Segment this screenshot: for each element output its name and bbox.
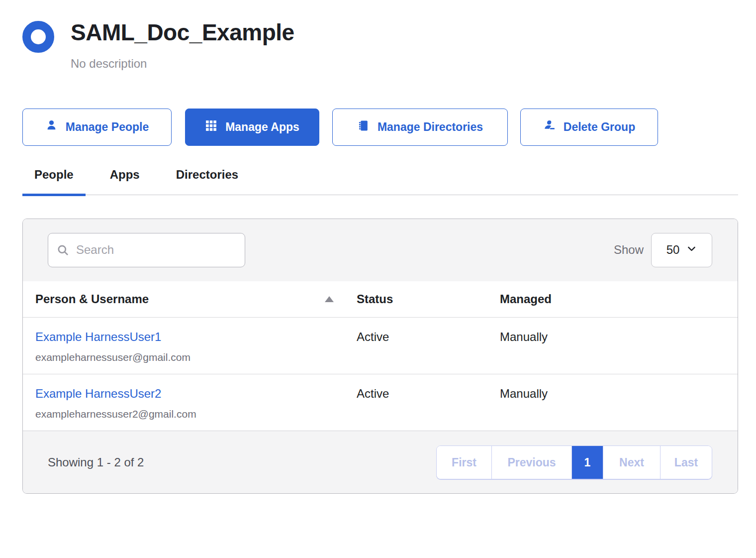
table-row: Example HarnessUser1 exampleharnessuser@…	[23, 317, 738, 374]
user-link[interactable]: Example HarnessUser1	[35, 330, 161, 343]
delete-group-label: Delete Group	[564, 120, 635, 134]
user-status: Active	[357, 387, 500, 431]
user-status: Active	[357, 330, 500, 374]
manage-apps-button[interactable]: Manage Apps	[185, 109, 319, 146]
directory-icon	[357, 119, 370, 135]
group-ring-icon	[22, 21, 54, 53]
sort-asc-icon	[325, 296, 334, 302]
manage-apps-label: Manage Apps	[225, 120, 299, 134]
pagination-page-1-button[interactable]: 1	[571, 446, 603, 479]
pagination-first-button[interactable]: First	[437, 446, 491, 479]
manage-directories-label: Manage Directories	[378, 120, 483, 134]
user-managed: Manually	[500, 330, 738, 374]
pagination: First Previous 1 Next Last	[436, 446, 712, 479]
table-footer: Showing 1 - 2 of 2 First Previous 1 Next…	[23, 431, 738, 494]
table-row: Example HarnessUser2 exampleharnessuser2…	[23, 374, 738, 431]
pagination-next-button[interactable]: Next	[603, 446, 660, 479]
apps-grid-icon	[205, 119, 217, 135]
pagination-previous-button[interactable]: Previous	[491, 446, 571, 479]
column-header-managed[interactable]: Managed	[500, 292, 738, 306]
page-size-select[interactable]: 50	[651, 233, 712, 267]
people-table-card: Show 50 Person & Username Status Managed	[22, 219, 738, 494]
pagination-last-button[interactable]: Last	[660, 446, 712, 479]
table-header-row: Person & Username Status Managed	[23, 281, 738, 317]
person-icon	[45, 119, 58, 135]
search-box	[48, 233, 245, 267]
results-summary: Showing 1 - 2 of 2	[48, 455, 144, 469]
user-email: exampleharnessuser@gmail.com	[35, 351, 357, 363]
tab-directories[interactable]: Directories	[164, 168, 250, 196]
group-actions: Manage People Manage Apps	[22, 109, 738, 146]
manage-people-label: Manage People	[66, 120, 149, 134]
user-email: exampleharnessuser2@gmail.com	[35, 408, 357, 420]
person-remove-icon	[543, 119, 556, 135]
column-header-person-username[interactable]: Person & Username	[35, 292, 357, 306]
manage-people-button[interactable]: Manage People	[22, 109, 172, 146]
group-tabs: People Apps Directories	[22, 168, 738, 195]
page-size-value: 50	[666, 243, 680, 257]
group-description: No description	[71, 57, 294, 71]
chevron-down-icon	[686, 243, 697, 257]
show-label: Show	[614, 243, 644, 257]
group-detail-page: SAML_Doc_Example No description Manage P…	[0, 0, 756, 494]
user-managed: Manually	[500, 387, 738, 431]
group-header: SAML_Doc_Example No description	[22, 19, 738, 71]
delete-group-button[interactable]: Delete Group	[520, 109, 658, 146]
manage-directories-button[interactable]: Manage Directories	[332, 109, 508, 146]
tab-people[interactable]: People	[22, 168, 86, 196]
page-title: SAML_Doc_Example	[71, 19, 294, 46]
tab-apps[interactable]: Apps	[98, 168, 152, 196]
user-link[interactable]: Example HarnessUser2	[35, 387, 161, 400]
table-toolbar: Show 50	[23, 219, 738, 281]
column-header-status[interactable]: Status	[357, 292, 500, 306]
page-size-control: Show 50	[614, 233, 712, 267]
search-input[interactable]	[48, 233, 245, 267]
column-label-person-username: Person & Username	[35, 292, 149, 306]
